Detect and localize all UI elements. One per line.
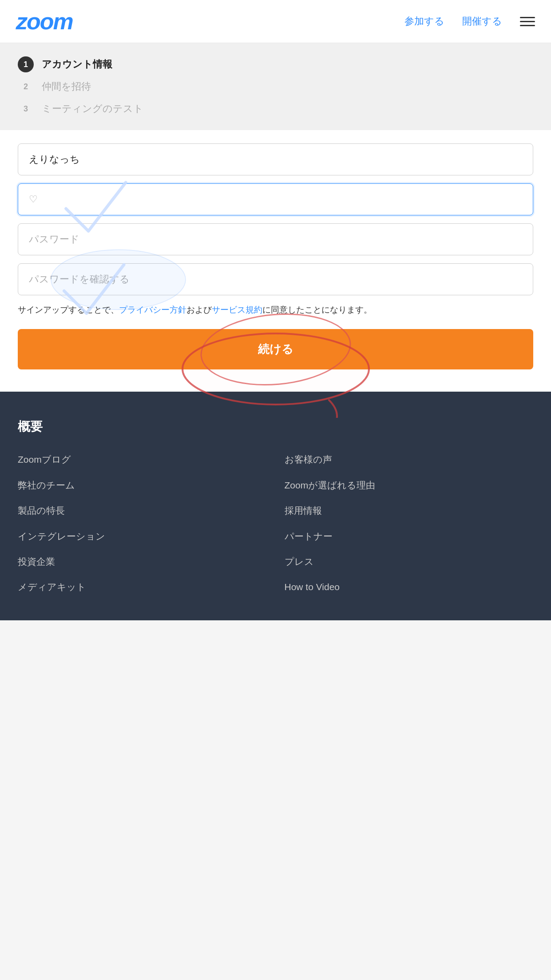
hamburger-menu[interactable] bbox=[520, 17, 535, 26]
terms-after: に同意したことになります。 bbox=[262, 305, 372, 314]
hamburger-line-1 bbox=[520, 17, 535, 18]
header: zoom 参加する 開催する bbox=[0, 0, 551, 43]
hamburger-line-3 bbox=[520, 25, 535, 26]
terms-before: サインアップすることで、 bbox=[18, 305, 119, 314]
footer-link-investors[interactable]: 投資企業 bbox=[18, 555, 267, 568]
footer-title: 概要 bbox=[18, 418, 533, 435]
footer-link-partners[interactable]: パートナー bbox=[285, 530, 534, 543]
hamburger-line-2 bbox=[520, 21, 535, 22]
step-2-label: 仲間を招待 bbox=[42, 80, 91, 93]
form-container: サインアップすることで、プライバシー方針およびサービス規約に同意したことになりま… bbox=[0, 130, 551, 392]
footer-links-left: Zoomブログ 弊社のチーム 製品の特長 インテグレーション 投資企業 メディア… bbox=[18, 453, 267, 593]
steps-container: 1 アカウント情報 2 仲間を招待 3 ミーティングのテスト bbox=[0, 43, 551, 130]
step-3: 3 ミーティングのテスト bbox=[18, 101, 533, 117]
header-nav: 参加する 開催する bbox=[404, 15, 535, 28]
footer-link-press[interactable]: プレス bbox=[285, 555, 534, 568]
step-1: 1 アカウント情報 bbox=[18, 56, 533, 72]
privacy-link[interactable]: プライバシー方針 bbox=[119, 305, 186, 314]
step-3-number: 3 bbox=[18, 101, 34, 117]
step-3-label: ミーティングのテスト bbox=[42, 102, 143, 115]
footer-links: Zoomブログ 弊社のチーム 製品の特長 インテグレーション 投資企業 メディア… bbox=[18, 453, 533, 593]
join-link[interactable]: 参加する bbox=[404, 15, 444, 28]
terms-middle: および bbox=[186, 305, 212, 314]
footer-link-blog[interactable]: Zoomブログ bbox=[18, 453, 267, 466]
confirm-password-input[interactable] bbox=[18, 263, 533, 295]
step-2: 2 仲間を招待 bbox=[18, 79, 533, 95]
terms-text: サインアップすることで、プライバシー方針およびサービス規約に同意したことになりま… bbox=[18, 303, 533, 317]
zoom-logo[interactable]: zoom bbox=[16, 8, 73, 35]
footer-link-integrations[interactable]: インテグレーション bbox=[18, 530, 267, 543]
step-1-label: アカウント情報 bbox=[42, 58, 112, 71]
continue-button[interactable]: 続ける bbox=[18, 329, 533, 369]
footer-link-careers[interactable]: 採用情報 bbox=[285, 504, 534, 517]
footer: 概要 Zoomブログ 弊社のチーム 製品の特長 インテグレーション 投資企業 メ… bbox=[0, 392, 551, 620]
footer-link-why-zoom[interactable]: Zoomが選ばれる理由 bbox=[285, 479, 534, 492]
host-link[interactable]: 開催する bbox=[462, 15, 502, 28]
step-2-number: 2 bbox=[18, 79, 34, 95]
service-link[interactable]: サービス規約 bbox=[212, 305, 262, 314]
footer-link-how-to-video[interactable]: How to Video bbox=[285, 580, 534, 593]
footer-link-testimonials[interactable]: お客様の声 bbox=[285, 453, 534, 466]
footer-link-team[interactable]: 弊社のチーム bbox=[18, 479, 267, 492]
continue-button-wrapper: 続ける bbox=[18, 329, 533, 369]
footer-links-right: お客様の声 Zoomが選ばれる理由 採用情報 パートナー プレス How to … bbox=[285, 453, 534, 593]
email-input[interactable] bbox=[18, 183, 533, 215]
footer-link-features[interactable]: 製品の特長 bbox=[18, 504, 267, 517]
step-1-number: 1 bbox=[18, 56, 34, 72]
password-input[interactable] bbox=[18, 223, 533, 255]
name-input[interactable] bbox=[18, 143, 533, 175]
footer-link-media[interactable]: メディアキット bbox=[18, 580, 267, 593]
